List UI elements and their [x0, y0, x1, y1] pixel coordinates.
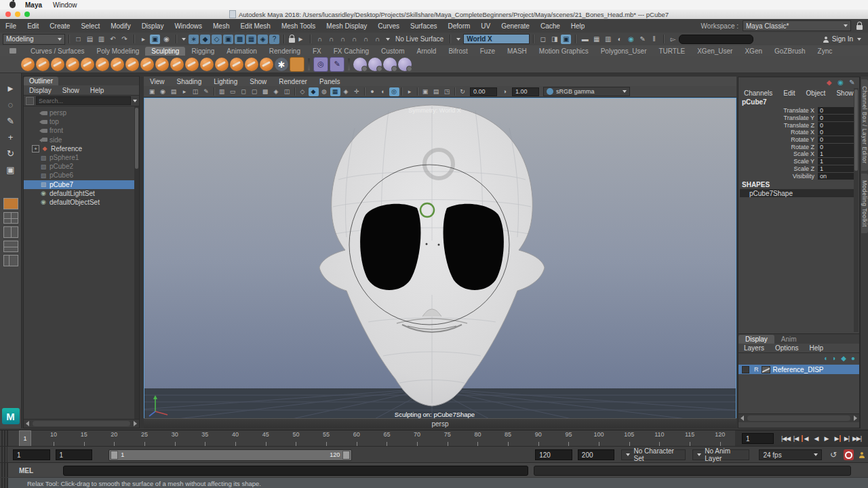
- pose-editor-panel-icon[interactable]: ✎: [330, 57, 344, 72]
- grease-pencil-icon[interactable]: ✎: [201, 87, 212, 96]
- attribute-value-field[interactable]: 1: [818, 150, 854, 157]
- flat-shade-icon[interactable]: ◻: [239, 87, 249, 96]
- outliner-menu-item[interactable]: Show: [57, 87, 85, 94]
- outliner-item[interactable]: defaultObjectSet: [24, 198, 139, 207]
- shelf-tab[interactable]: Arnold: [410, 47, 442, 56]
- zoom-window-button[interactable]: [24, 12, 30, 17]
- paint-effects-icon[interactable]: ✎: [637, 35, 648, 44]
- knife-tool-icon[interactable]: [215, 58, 229, 71]
- viewport-menu-item[interactable]: Renderer: [273, 78, 313, 85]
- move-tool[interactable]: +: [3, 129, 19, 145]
- clone-brush-icon[interactable]: [353, 58, 367, 71]
- expand-icon[interactable]: [32, 110, 38, 116]
- textured-icon[interactable]: ▩: [260, 87, 271, 96]
- select-camera-icon[interactable]: ▣: [147, 87, 157, 96]
- attribute-value-field[interactable]: 1: [818, 165, 854, 172]
- exposure-field[interactable]: 0.00: [470, 87, 497, 96]
- snap-projected-center-icon[interactable]: ∩: [349, 35, 359, 44]
- erase-brush-icon[interactable]: [398, 58, 412, 71]
- expand-icon[interactable]: [32, 127, 38, 134]
- two-pane-side-layout[interactable]: [3, 226, 18, 238]
- mask-curves-icon[interactable]: ◇: [212, 35, 222, 44]
- flatten-tool-icon[interactable]: [96, 58, 109, 71]
- viewport-menu-item[interactable]: Shading: [171, 78, 208, 85]
- open-scene-icon[interactable]: ▤: [85, 35, 95, 44]
- shelf-tab[interactable]: Rigging: [185, 47, 220, 56]
- move-layer-down-icon[interactable]: ◗: [832, 354, 836, 362]
- help-line-grip[interactable]: [0, 478, 8, 488]
- attribute-label[interactable]: Rotate X: [791, 129, 814, 136]
- quick-selection-input[interactable]: [679, 35, 753, 44]
- lock-camera-icon[interactable]: ◉: [158, 87, 168, 96]
- step-back-key-button[interactable]: ◀: [801, 433, 811, 444]
- channel-box-menu-item[interactable]: Channels: [738, 89, 778, 97]
- range-end-handle[interactable]: [342, 451, 350, 460]
- scroll-left-icon[interactable]: [26, 421, 29, 426]
- render-current-frame-icon[interactable]: ▬: [580, 35, 590, 44]
- expand-icon[interactable]: [32, 182, 38, 188]
- menu-item[interactable]: Surfaces: [405, 22, 442, 30]
- mask-surfaces-icon[interactable]: ▣: [223, 35, 233, 44]
- step-forward-key-button[interactable]: ▶: [831, 433, 842, 444]
- apple-menu-icon[interactable]: [9, 1, 16, 8]
- snap-live-surface-icon[interactable]: ∩: [372, 35, 382, 44]
- repeat-tool-icon[interactable]: [140, 58, 154, 71]
- camera-name-bar[interactable]: persp: [144, 418, 736, 428]
- snap-to-view-icon[interactable]: ▸: [405, 87, 415, 96]
- expand-icon[interactable]: [32, 155, 38, 161]
- ao-icon[interactable]: ◍: [319, 87, 330, 96]
- mask-handles-icon[interactable]: ∗: [189, 35, 199, 44]
- channel-box-menu-item[interactable]: Object: [801, 89, 831, 97]
- animation-start-field[interactable]: 1: [13, 449, 50, 460]
- grab-tool-icon[interactable]: [66, 58, 79, 71]
- menu-item[interactable]: Curves: [372, 22, 405, 30]
- four-pane-layout[interactable]: [3, 212, 18, 224]
- menu-item[interactable]: Mesh Tools: [276, 22, 321, 30]
- scroll-left-icon[interactable]: [741, 415, 744, 421]
- ipr-render-icon[interactable]: ▦: [591, 35, 601, 44]
- shelf-tab[interactable]: MASH: [501, 47, 533, 56]
- workspace-lock-icon[interactable]: [856, 25, 863, 30]
- lock-selection-icon[interactable]: [289, 38, 295, 43]
- menu-item[interactable]: Display: [136, 22, 170, 30]
- bounding-box-icon[interactable]: ▢: [250, 87, 260, 96]
- workspace-dropdown[interactable]: Maya Classic*: [743, 20, 851, 31]
- sidebar-vertical-tab[interactable]: Channel Box / Layer Editor: [861, 79, 868, 171]
- outliner-vertical-scrollbar[interactable]: [134, 106, 139, 419]
- stamp-brush-icon[interactable]: [368, 58, 382, 71]
- expand-icon[interactable]: +: [32, 145, 39, 152]
- scroll-right-icon[interactable]: [854, 415, 857, 421]
- auto-keyframe-toggle[interactable]: [844, 449, 854, 460]
- bookmark-icon[interactable]: ▸: [180, 87, 190, 96]
- expand-icon[interactable]: [32, 172, 38, 178]
- expand-icon[interactable]: [32, 137, 38, 143]
- menu-item[interactable]: UV: [475, 22, 496, 30]
- attribute-value-field[interactable]: 0: [818, 122, 854, 129]
- outliner-persp-layout[interactable]: [3, 255, 18, 266]
- menu-item[interactable]: Select: [75, 22, 105, 30]
- mask-rendering-icon[interactable]: ◈: [258, 35, 268, 44]
- range-slider-grip[interactable]: [0, 447, 7, 463]
- wireframe-icon[interactable]: ▥: [217, 87, 227, 96]
- layer-color-swatch[interactable]: [762, 366, 770, 373]
- outliner-item[interactable]: + Reference: [24, 144, 139, 153]
- render-sequence-icon[interactable]: ▥: [603, 35, 613, 44]
- shelf-tab[interactable]: Curves / Surfaces: [24, 47, 90, 56]
- wax-tool-icon[interactable]: [170, 58, 184, 71]
- symmetry-options-icon[interactable]: [456, 38, 460, 41]
- expand-icon[interactable]: [32, 190, 38, 197]
- attribute-label[interactable]: Translate Z: [784, 122, 814, 129]
- depth-of-field-icon[interactable]: ◈: [341, 87, 351, 96]
- image-plane-icon[interactable]: ◫: [191, 87, 201, 96]
- current-frame-marker[interactable]: 1: [19, 430, 31, 447]
- attribute-value-field[interactable]: 0: [818, 136, 854, 143]
- channel-box-scrollbar[interactable]: [854, 88, 859, 332]
- outliner-item[interactable]: top: [24, 117, 139, 126]
- outliner-item[interactable]: pCube6: [24, 171, 139, 180]
- symmetry-field[interactable]: World X: [463, 34, 530, 44]
- fps-dropdown[interactable]: 24 fps: [759, 449, 822, 460]
- foamy-tool-icon[interactable]: [111, 58, 124, 71]
- range-start-handle[interactable]: [111, 451, 118, 460]
- snap-options-icon[interactable]: [386, 38, 390, 41]
- lasso-select-tool[interactable]: ◌: [3, 96, 19, 113]
